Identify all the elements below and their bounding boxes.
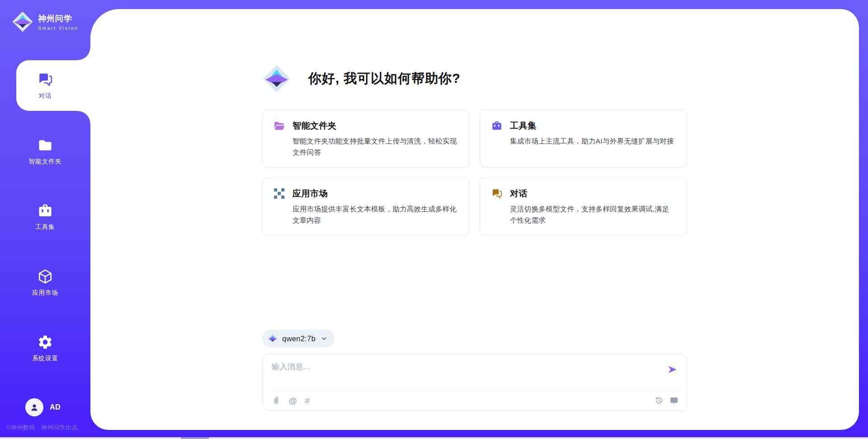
- card-title: 智能文件夹: [292, 120, 337, 132]
- app-logo-icon: [262, 64, 291, 93]
- message-square-icon: [670, 396, 679, 405]
- brand: 神州问学 Smart Vision: [12, 11, 78, 33]
- card-title: 工具集: [510, 120, 537, 132]
- brand-subtitle: Smart Vision: [38, 25, 78, 31]
- avatar: [25, 398, 43, 416]
- card-description: 智能文件夹功能支持批量文件上传与清洗，轻松实现文件问答: [292, 136, 458, 158]
- message-composer: 输入消息... @: [262, 354, 687, 411]
- model-name: qwen2:7b: [282, 334, 316, 343]
- model-selector[interactable]: qwen2:7b: [262, 329, 335, 348]
- horizontal-scrollbar[interactable]: [0, 437, 868, 439]
- brand-logo-icon: [12, 11, 33, 33]
- card-chat[interactable]: 对话 灵活切换多模型文件，支持多样回复效果调试,满足个性化需求: [480, 177, 687, 235]
- history-clock-icon: [655, 396, 664, 405]
- sidebar-item-smart-folder[interactable]: 智能文件夹: [0, 126, 90, 177]
- paperclip-icon: [272, 396, 281, 405]
- greeting-block: 你好, 我可以如何帮助你?: [262, 9, 687, 93]
- main-panel: 你好, 我可以如何帮助你? 智能文件夹 智能文件夹功能支持批量文件上传与清洗，轻…: [90, 9, 859, 430]
- scrollbar-thumb[interactable]: [181, 437, 209, 439]
- feedback-button[interactable]: [670, 396, 679, 405]
- chat-bubbles-icon: [37, 72, 53, 88]
- open-folder-icon: [274, 120, 285, 132]
- toolbox-icon: [37, 203, 53, 219]
- gear-icon: [37, 334, 53, 350]
- chat-bubbles-icon: [491, 188, 503, 200]
- attach-file-button[interactable]: [272, 396, 281, 405]
- card-description: 应用市场提供丰富长文本模板，助力高效生成多样化文章内容: [292, 204, 458, 226]
- message-input[interactable]: 输入消息...: [272, 362, 666, 372]
- user-profile[interactable]: AD: [25, 398, 61, 416]
- sidebar: 神州问学 Smart Vision 对话 智能文件夹 工具集 应用市场: [0, 0, 90, 439]
- sidebar-item-settings[interactable]: 系统设置: [0, 323, 90, 373]
- user-initials: AD: [50, 403, 61, 411]
- model-logo-icon: [267, 333, 278, 344]
- mention-button[interactable]: @: [288, 396, 297, 405]
- person-icon: [29, 402, 40, 413]
- greeting-title: 你好, 我可以如何帮助你?: [308, 70, 461, 88]
- sidebar-nav: 对话 智能文件夹 工具集 应用市场 系统设置: [0, 60, 90, 373]
- card-app-market[interactable]: 应用市场 应用市场提供丰富长文本模板，助力高效生成多样化文章内容: [262, 177, 470, 235]
- cube-icon: [37, 268, 53, 285]
- history-button[interactable]: [655, 396, 664, 405]
- grid-icon: [274, 188, 285, 200]
- brand-name: 神州问学: [38, 13, 78, 24]
- sidebar-item-label: 对话: [39, 92, 52, 100]
- sidebar-item-app-market[interactable]: 应用市场: [0, 257, 90, 308]
- chevron-down-icon: [321, 335, 328, 342]
- composer-area: qwen2:7b 输入消息...: [262, 329, 687, 411]
- sidebar-item-label: 智能文件夹: [29, 157, 62, 166]
- card-title: 应用市场: [292, 188, 328, 200]
- copyright-text: ©神州数码 · 神州问学出品: [6, 424, 78, 432]
- card-toolset[interactable]: 工具集 集成市场上主流工具，助力AI与外界无缝扩展与对接: [480, 110, 687, 167]
- hashtag-button[interactable]: #: [305, 396, 310, 405]
- sidebar-item-label: 系统设置: [32, 354, 58, 363]
- sidebar-item-label: 工具集: [35, 223, 55, 231]
- folder-icon: [37, 137, 53, 153]
- card-description: 灵活切换多模型文件，支持多样回复效果调试,满足个性化需求: [510, 204, 676, 226]
- pill-corner-bottom: [78, 111, 90, 124]
- card-smart-folder[interactable]: 智能文件夹 智能文件夹功能支持批量文件上传与清洗，轻松实现文件问答: [262, 110, 470, 167]
- send-icon: [667, 364, 678, 375]
- sidebar-item-toolset[interactable]: 工具集: [0, 191, 90, 242]
- card-description: 集成市场上主流工具，助力AI与外界无缝扩展与对接: [510, 136, 676, 147]
- toolbox-icon: [491, 120, 503, 132]
- pill-corner-top: [78, 48, 90, 60]
- sidebar-item-label: 应用市场: [32, 289, 58, 297]
- send-button[interactable]: [666, 363, 679, 376]
- card-title: 对话: [510, 188, 528, 200]
- feature-cards: 智能文件夹 智能文件夹功能支持批量文件上传与清洗，轻松实现文件问答 工具集 集成…: [262, 110, 687, 235]
- sidebar-item-chat[interactable]: 对话: [0, 60, 90, 111]
